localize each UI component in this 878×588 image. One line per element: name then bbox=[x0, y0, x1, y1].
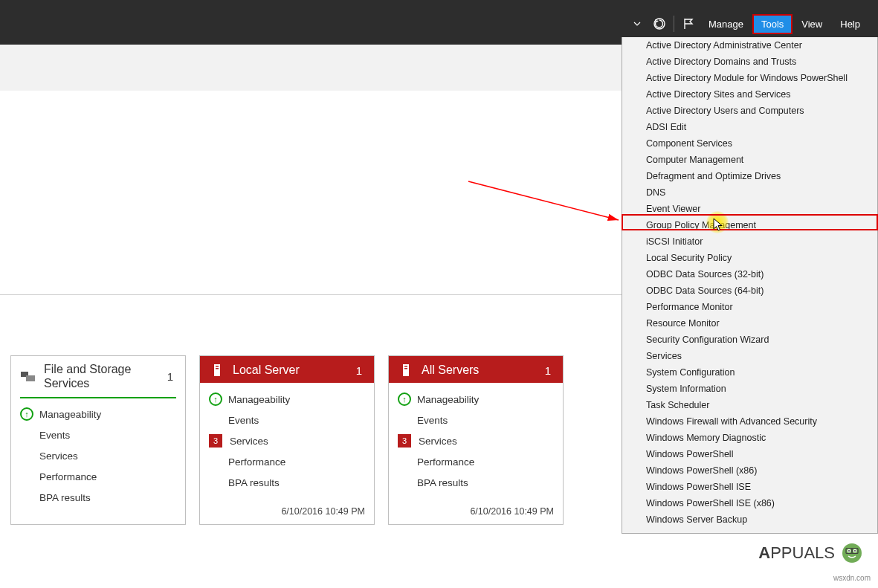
tools-menu-item[interactable]: ODBC Data Sources (32-bit) bbox=[622, 266, 877, 282]
tools-menu-item[interactable]: iSCSI Initiator bbox=[622, 233, 877, 250]
tile-row-label: Services bbox=[230, 436, 268, 447]
dashboard-tile: All Servers1↑ManageabilityEvents3Service… bbox=[388, 355, 564, 525]
tools-menu-item[interactable]: Active Directory Sites and Services bbox=[622, 86, 877, 103]
watermark-text-a: A bbox=[758, 543, 770, 562]
attribution-text: wsxdn.com bbox=[833, 574, 871, 582]
tools-menu-item[interactable]: Active Directory Domains and Trusts bbox=[622, 54, 877, 70]
tools-menu-item[interactable]: Group Policy Management bbox=[622, 217, 877, 233]
row-icon-spacer bbox=[398, 476, 411, 489]
svg-point-13 bbox=[848, 550, 850, 552]
tile-row-label: Services bbox=[419, 436, 457, 447]
appuals-watermark: APPUALS bbox=[758, 540, 865, 566]
tools-menu-item[interactable]: Active Directory Administrative Center bbox=[622, 37, 877, 54]
tools-menu-item[interactable]: Task Scheduler bbox=[622, 397, 877, 413]
dashboard-tile: File and Storage Services1↑Manageability… bbox=[10, 355, 186, 525]
tools-menu-item[interactable]: DNS bbox=[622, 184, 877, 201]
tools-menu-item[interactable]: ODBC Data Sources (64-bit) bbox=[622, 282, 877, 299]
tile-row[interactable]: ↑Manageability bbox=[20, 404, 176, 424]
menubar-divider bbox=[674, 16, 674, 32]
tile-count: 1 bbox=[356, 364, 365, 377]
tile-row[interactable]: 3Services bbox=[209, 430, 365, 451]
tools-menu-item[interactable]: System Configuration bbox=[622, 364, 877, 381]
dashboard-tile-row: File and Storage Services1↑Manageability… bbox=[10, 355, 564, 525]
tile-row[interactable]: Services bbox=[20, 445, 176, 466]
row-icon-spacer bbox=[20, 491, 33, 504]
row-icon-spacer bbox=[398, 413, 411, 427]
dashboard-tile: Local Server1↑ManageabilityEvents3Servic… bbox=[199, 355, 375, 525]
flag-notifications-icon[interactable] bbox=[677, 13, 700, 34]
tile-row-label: BPA results bbox=[39, 492, 91, 503]
tools-menu-item[interactable]: Defragment and Optimize Drives bbox=[622, 168, 877, 184]
tools-menu-item[interactable]: Windows Memory Diagnostic bbox=[622, 430, 877, 446]
tools-menu-item[interactable]: Active Directory Users and Computers bbox=[622, 103, 877, 119]
tile-row[interactable]: Events bbox=[209, 410, 365, 430]
tile-header[interactable]: Local Server1 bbox=[200, 356, 374, 383]
tile-title: All Servers bbox=[422, 363, 538, 377]
tools-menu-item[interactable]: Windows PowerShell bbox=[622, 446, 877, 462]
tile-row[interactable]: Events bbox=[398, 410, 554, 430]
svg-rect-8 bbox=[404, 368, 407, 369]
server-icon bbox=[398, 362, 414, 378]
tools-menu-item[interactable]: Services bbox=[622, 348, 877, 364]
tile-row-label: Performance bbox=[228, 456, 285, 468]
tile-row[interactable]: BPA results bbox=[398, 472, 554, 493]
storage-icon bbox=[20, 368, 36, 384]
tools-menu-item[interactable]: Windows PowerShell ISE (x86) bbox=[622, 495, 877, 511]
tile-count: 1 bbox=[545, 364, 554, 377]
tools-menu-item[interactable]: Windows PowerShell (x86) bbox=[622, 462, 877, 479]
server-icon bbox=[209, 362, 225, 378]
watermark-text-rest: PPUALS bbox=[770, 543, 835, 562]
tools-menu-item[interactable]: ADSI Edit bbox=[622, 119, 877, 135]
refresh-icon[interactable] bbox=[648, 13, 671, 34]
manageability-up-icon: ↑ bbox=[20, 407, 33, 421]
tile-body: ↑ManageabilityEvents3ServicesPerformance… bbox=[389, 383, 563, 500]
tools-menu-item[interactable]: Active Directory Module for Windows Powe… bbox=[622, 70, 877, 86]
tools-menu-item[interactable]: Computer Management bbox=[622, 152, 877, 168]
tile-row[interactable]: Performance bbox=[209, 451, 365, 472]
tile-header[interactable]: File and Storage Services1 bbox=[11, 356, 185, 398]
row-icon-spacer bbox=[20, 428, 33, 442]
help-menu[interactable]: Help bbox=[831, 14, 869, 34]
tile-header[interactable]: All Servers1 bbox=[389, 356, 563, 383]
tools-menu-item[interactable]: Resource Monitor bbox=[622, 315, 877, 332]
manage-menu[interactable]: Manage bbox=[700, 14, 752, 34]
tools-menu-item[interactable]: Windows Server Backup bbox=[622, 511, 877, 528]
tile-row-label: Performance bbox=[417, 456, 474, 468]
row-icon-spacer bbox=[398, 455, 411, 468]
tile-row-label: BPA results bbox=[228, 477, 280, 488]
tile-row[interactable]: BPA results bbox=[209, 472, 365, 493]
tile-row[interactable]: Events bbox=[20, 424, 176, 445]
tile-row[interactable]: 3Services bbox=[398, 430, 554, 451]
tile-timestamp: 6/10/2016 10:49 PM bbox=[389, 500, 563, 524]
tile-row[interactable]: Performance bbox=[398, 451, 554, 472]
view-menu[interactable]: View bbox=[793, 14, 831, 34]
tools-menu-item[interactable]: Component Services bbox=[622, 135, 877, 152]
tile-row-label: Performance bbox=[39, 471, 97, 482]
tools-menu-item[interactable]: System Information bbox=[622, 381, 877, 397]
tile-row-label: Events bbox=[228, 415, 259, 426]
tile-row[interactable]: Performance bbox=[20, 466, 176, 487]
menubar-right-group: Manage Tools View Help bbox=[626, 13, 869, 34]
tools-menu-button[interactable]: Tools bbox=[752, 14, 793, 34]
tile-row-label: Events bbox=[39, 430, 70, 441]
manageability-up-icon: ↑ bbox=[209, 392, 222, 406]
tools-menu-item[interactable]: Windows PowerShell ISE bbox=[622, 479, 877, 495]
svg-rect-5 bbox=[216, 368, 219, 369]
svg-point-14 bbox=[854, 550, 856, 552]
tile-body: ↑ManageabilityEvents3ServicesPerformance… bbox=[200, 383, 374, 500]
tile-row[interactable]: ↑Manageability bbox=[209, 389, 365, 410]
tile-row[interactable]: BPA results bbox=[20, 487, 176, 508]
appuals-logo-icon bbox=[839, 540, 865, 566]
tile-timestamp: 6/10/2016 10:49 PM bbox=[200, 500, 374, 524]
row-icon-spacer bbox=[20, 449, 33, 462]
tile-row-label: Manageability bbox=[39, 409, 101, 420]
tools-menu-item[interactable]: Security Configuration Wizard bbox=[622, 332, 877, 348]
tile-row[interactable]: ↑Manageability bbox=[398, 389, 554, 410]
manageability-up-icon: ↑ bbox=[398, 392, 411, 406]
tools-menu-item[interactable]: Performance Monitor bbox=[622, 299, 877, 315]
tools-menu-item[interactable]: Windows Firewall with Advanced Security bbox=[622, 413, 877, 430]
dropdown-caret-icon[interactable] bbox=[626, 13, 648, 34]
row-icon-spacer bbox=[209, 413, 222, 427]
tools-menu-item[interactable]: Event Viewer bbox=[622, 201, 877, 217]
tools-menu-item[interactable]: Local Security Policy bbox=[622, 250, 877, 266]
